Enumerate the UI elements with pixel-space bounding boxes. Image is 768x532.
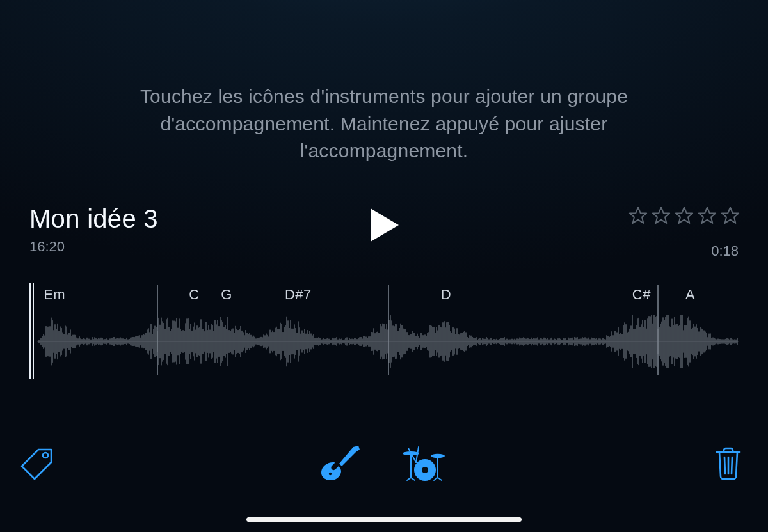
trash-icon — [714, 446, 742, 483]
svg-marker-3 — [676, 208, 692, 223]
guitar-icon — [320, 444, 361, 484]
tag-button[interactable] — [19, 446, 54, 483]
svg-point-16 — [422, 467, 428, 473]
tag-icon — [19, 446, 54, 483]
drums-icon — [402, 444, 448, 484]
play-button[interactable] — [369, 208, 399, 242]
svg-line-8 — [408, 448, 416, 462]
svg-marker-4 — [699, 208, 716, 223]
star-icon[interactable] — [652, 206, 671, 225]
star-icon[interactable] — [675, 206, 694, 225]
svg-marker-1 — [630, 208, 646, 223]
toolbar — [13, 445, 742, 483]
bass-guitar-button[interactable] — [320, 444, 361, 484]
waveform-region[interactable]: EmCGD#7DC#A — [29, 289, 739, 388]
star-icon[interactable] — [698, 206, 717, 225]
timestamp: 16:20 — [29, 239, 158, 255]
drums-button[interactable] — [402, 444, 448, 484]
chord-label: A — [685, 286, 695, 303]
chord-label: D#7 — [285, 286, 312, 303]
svg-line-20 — [732, 457, 732, 474]
star-icon[interactable] — [628, 206, 648, 225]
waveform-canvas[interactable] — [37, 315, 739, 368]
play-icon — [369, 208, 399, 242]
svg-point-6 — [43, 453, 48, 458]
svg-line-18 — [724, 457, 725, 474]
rating-control[interactable] — [628, 206, 740, 225]
chord-label: G — [221, 286, 232, 303]
chord-label: Em — [44, 286, 65, 303]
svg-marker-0 — [371, 208, 399, 242]
svg-marker-2 — [653, 208, 669, 223]
svg-marker-5 — [722, 208, 739, 223]
duration: 0:18 — [711, 243, 739, 260]
chord-label: C# — [632, 286, 651, 303]
svg-point-7 — [329, 473, 332, 475]
track-title[interactable]: Mon idée 3 — [29, 205, 158, 233]
chord-label: C — [189, 286, 199, 303]
instruction-text: Touchez les icônes d'instruments pour aj… — [0, 83, 768, 165]
delete-button[interactable] — [714, 446, 742, 483]
chord-label: D — [441, 286, 451, 303]
star-icon[interactable] — [721, 206, 740, 225]
home-indicator[interactable] — [246, 517, 522, 522]
